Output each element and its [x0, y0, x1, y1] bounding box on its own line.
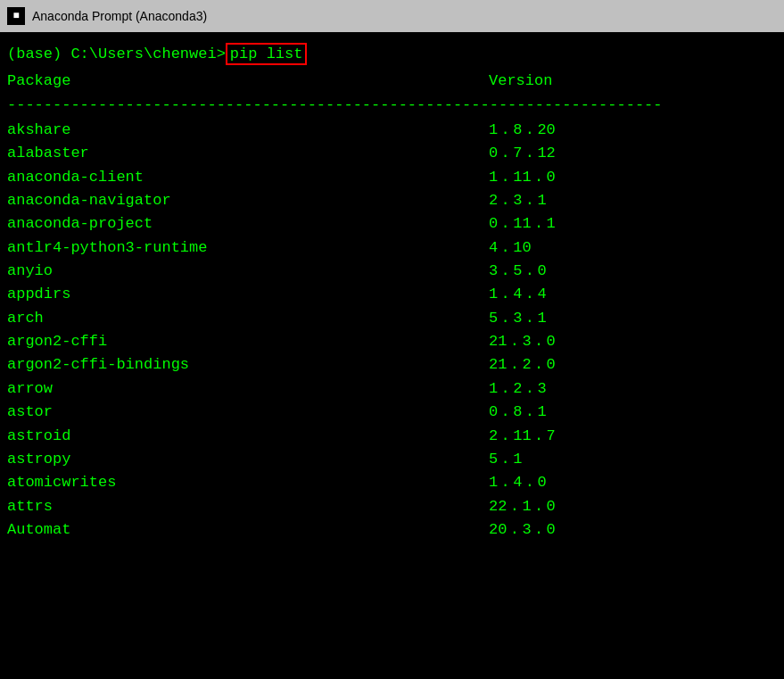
- package-name: atomicwrites: [7, 471, 489, 494]
- table-row: argon2-cffi21 . 3 . 0: [7, 330, 777, 353]
- package-version: 1 . 2 . 3: [489, 377, 547, 401]
- package-version: 4 . 10: [489, 236, 532, 260]
- table-row: astor0 . 8 . 1: [7, 401, 777, 424]
- table-row: astroid2 . 11 . 7: [7, 425, 777, 448]
- package-name: Automat: [7, 518, 489, 542]
- package-version: 2 . 3 . 1: [489, 189, 547, 212]
- package-name: anaconda-navigator: [7, 189, 489, 212]
- terminal-body: (base) C:\Users\chenwei>pip list Package…: [0, 32, 784, 552]
- package-name: akshare: [7, 119, 489, 142]
- prompt-text: (base) C:\Users\chenwei>: [7, 46, 226, 62]
- divider: ----------------------------------------…: [7, 94, 777, 117]
- prompt-line: (base) C:\Users\chenwei>pip list: [7, 43, 777, 66]
- table-row: attrs22 . 1 . 0: [7, 495, 777, 518]
- table-row: arrow1 . 2 . 3: [7, 377, 777, 401]
- table-row: anaconda-navigator2 . 3 . 1: [7, 189, 777, 212]
- title-bar-text: Anaconda Prompt (Anaconda3): [32, 9, 207, 23]
- package-name: appdirs: [7, 283, 489, 306]
- table-row: arch5 . 3 . 1: [7, 307, 777, 330]
- package-version: 21 . 2 . 0: [489, 353, 556, 377]
- table-row: Automat20 . 3 . 0: [7, 518, 777, 542]
- package-version: 2 . 11 . 7: [489, 425, 556, 448]
- package-version: 20 . 3 . 0: [489, 518, 556, 542]
- package-version: 1 . 4 . 4: [489, 283, 547, 306]
- package-version: 5 . 1: [489, 448, 522, 471]
- package-version: 5 . 3 . 1: [489, 307, 547, 330]
- title-bar-icon: ■: [7, 7, 25, 25]
- package-version: 21 . 3 . 0: [489, 330, 556, 353]
- package-version: 0 . 8 . 1: [489, 401, 547, 424]
- package-version: 1 . 4 . 0: [489, 471, 547, 494]
- table-row: anaconda-project0 . 11 . 1: [7, 212, 777, 236]
- package-version: 0 . 7 . 12: [489, 142, 556, 165]
- package-version: 22 . 1 . 0: [489, 495, 556, 518]
- table-row: astropy5 . 1: [7, 448, 777, 471]
- table-header-row: Package Version: [7, 70, 777, 93]
- package-version: 1 . 11 . 0: [489, 166, 556, 189]
- package-name: antlr4-python3-runtime: [7, 236, 489, 260]
- package-header: Package: [7, 70, 489, 93]
- table-row: akshare1 . 8 . 20: [7, 119, 777, 142]
- version-header: Version: [489, 70, 552, 93]
- package-name: astroid: [7, 425, 489, 448]
- package-list: akshare1 . 8 . 20alabaster0 . 7 . 12anac…: [7, 119, 777, 542]
- package-name: alabaster: [7, 142, 489, 165]
- package-version: 1 . 8 . 20: [489, 119, 556, 142]
- package-version: 0 . 11 . 1: [489, 212, 556, 236]
- package-name: attrs: [7, 495, 489, 518]
- table-row: argon2-cffi-bindings21 . 2 . 0: [7, 353, 777, 377]
- package-name: arch: [7, 307, 489, 330]
- table-row: atomicwrites1 . 4 . 0: [7, 471, 777, 494]
- table-row: appdirs1 . 4 . 4: [7, 283, 777, 306]
- table-row: anaconda-client1 . 11 . 0: [7, 166, 777, 189]
- table-row: antlr4-python3-runtime4 . 10: [7, 236, 777, 260]
- package-version: 3 . 5 . 0: [489, 260, 547, 283]
- package-name: astor: [7, 401, 489, 424]
- package-name: argon2-cffi-bindings: [7, 353, 489, 377]
- table-row: anyio3 . 5 . 0: [7, 260, 777, 283]
- package-name: astropy: [7, 448, 489, 471]
- command-highlight: pip list: [226, 43, 308, 65]
- package-name: anaconda-client: [7, 166, 489, 189]
- title-bar: ■ Anaconda Prompt (Anaconda3): [0, 0, 784, 32]
- package-name: argon2-cffi: [7, 330, 489, 353]
- table-row: alabaster0 . 7 . 12: [7, 142, 777, 165]
- package-name: arrow: [7, 377, 489, 401]
- package-name: anaconda-project: [7, 212, 489, 236]
- package-name: anyio: [7, 260, 489, 283]
